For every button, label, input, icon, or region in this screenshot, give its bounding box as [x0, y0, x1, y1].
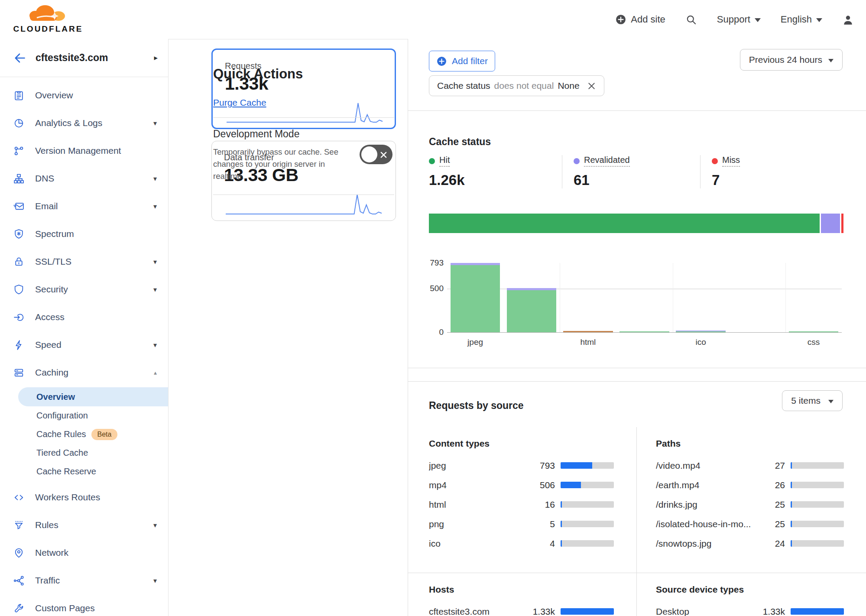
sidebar-item-speed[interactable]: Speed▾	[0, 331, 168, 359]
site-name[interactable]: cftestsite3.com	[36, 52, 144, 64]
toggle-knob	[361, 146, 377, 162]
x-axis-tick	[503, 337, 560, 347]
sidebar-item-caching[interactable]: Caching▴	[0, 359, 168, 386]
row-bar-track	[791, 501, 844, 508]
row-bar-fill	[561, 501, 562, 508]
y-axis-tick: 793	[429, 258, 444, 268]
chart-column-css	[785, 263, 842, 332]
row-bar-track	[561, 521, 614, 527]
row-value: 25	[753, 519, 785, 529]
spectrum-icon	[13, 228, 25, 240]
brand-wordmark: CLOUDFLARE	[11, 24, 85, 34]
row-bar-track	[561, 482, 614, 488]
purge-cache-link[interactable]: Purge Cache	[213, 97, 266, 108]
search-button[interactable]	[685, 14, 697, 26]
sidebar-item-spectrum[interactable]: Spectrum	[0, 220, 168, 248]
stat-value: 7	[712, 172, 830, 188]
row-label: png	[429, 519, 523, 529]
x-axis-labels: jpeghtmlicocss	[447, 337, 842, 347]
language-menu[interactable]: English	[781, 14, 822, 25]
table-row: Desktop1.33k	[656, 602, 844, 616]
row-bar-fill	[561, 540, 562, 547]
traffic-icon	[13, 575, 25, 587]
overview-icon	[13, 90, 25, 101]
paths-table: /video.mp427/earth.mp426/drinks.jpg25/is…	[656, 456, 844, 553]
sidebar-item-email[interactable]: Email▾	[0, 192, 168, 220]
devices-table: Desktop1.33k	[656, 602, 844, 616]
sidebar-item-custom-pages[interactable]: Custom Pages	[0, 594, 168, 616]
stat-label[interactable]: Miss	[722, 155, 740, 167]
sidebar-item-ssl-tls[interactable]: SSL/TLS▾	[0, 248, 168, 276]
sidebar-subitem-configuration[interactable]: Configuration	[18, 406, 168, 425]
row-label: /earth.mp4	[656, 480, 753, 490]
sidebar-item-label: Overview	[35, 90, 157, 101]
sidebar-item-overview[interactable]: Overview	[0, 81, 168, 109]
top-header: CLOUDFLARE Add site Support English	[0, 0, 866, 39]
time-range-dropdown[interactable]: Previous 24 hours	[740, 49, 843, 71]
sidebar-item-label: Email	[35, 201, 143, 211]
plus-circle-icon	[436, 56, 447, 67]
table-row: /earth.mp426	[656, 475, 844, 495]
chevron-down-icon: ▾	[153, 202, 157, 211]
row-value: 26	[753, 480, 785, 490]
filter-field: Cache status	[437, 81, 490, 91]
security-icon	[13, 284, 25, 295]
sidebar-subitem-cache-reserve[interactable]: Cache Reserve	[18, 462, 168, 481]
row-label: jpeg	[429, 460, 523, 471]
hosts-title: Hosts	[429, 584, 614, 595]
sidebar-item-traffic[interactable]: Traffic▾	[0, 567, 168, 594]
development-mode-title: Development Mode	[213, 128, 394, 140]
content-types-table: jpeg793mp4506html16png5ico4	[429, 456, 614, 553]
row-label: html	[429, 499, 523, 510]
devices-title: Source device types	[656, 584, 844, 595]
remove-filter-icon[interactable]	[586, 81, 597, 91]
add-filter-label: Add filter	[452, 56, 488, 66]
beta-badge: Beta	[91, 429, 118, 440]
row-value: 4	[523, 538, 555, 549]
source-tables-row-2: Hosts cftestsite3.com1.33k Source device…	[408, 573, 866, 616]
sidebar-item-security[interactable]: Security▾	[0, 276, 168, 303]
time-range-label: Previous 24 hours	[749, 55, 822, 65]
sidebar-item-rules[interactable]: Rules▾	[0, 511, 168, 539]
cloudflare-logo[interactable]: CLOUDFLARE	[11, 2, 85, 34]
add-site-button[interactable]: Add site	[615, 14, 665, 25]
back-icon[interactable]	[13, 52, 26, 65]
user-menu[interactable]	[842, 14, 854, 26]
sidebar-item-analytics-logs[interactable]: Analytics & Logs▾	[0, 109, 168, 137]
site-expand-icon[interactable]: ▸	[154, 53, 158, 62]
chevron-down-icon: ▾	[153, 521, 157, 529]
sidebar-item-version-management[interactable]: Version Management	[0, 137, 168, 165]
user-icon	[842, 14, 854, 26]
chevron-down-icon	[828, 59, 834, 62]
sidebar-subitem-cache-rules[interactable]: Cache RulesBeta	[18, 425, 168, 444]
source-tables-row-1: Content types jpeg793mp4506html16png5ico…	[408, 427, 866, 573]
items-count-dropdown[interactable]: 5 items	[782, 390, 843, 411]
bar-segment-hit	[507, 290, 557, 332]
add-filter-button[interactable]: Add filter	[429, 51, 495, 71]
sidebar-subitem-overview[interactable]: Overview	[18, 387, 168, 406]
chevron-down-icon: ▾	[153, 285, 157, 294]
row-label: mp4	[429, 480, 523, 490]
sidebar-subitem-label: Tiered Cache	[36, 448, 88, 458]
header-menu: Add site Support English	[615, 0, 854, 39]
stat-label[interactable]: Revalidated	[584, 155, 630, 167]
table-row: /video.mp427	[656, 456, 844, 475]
stat-label[interactable]: Hit	[439, 155, 450, 167]
sidebar-item-access[interactable]: Access	[0, 303, 168, 331]
chart-column-col-1	[503, 263, 560, 332]
filter-chip[interactable]: Cache status does not equal None	[429, 75, 604, 96]
row-bar-fill	[791, 482, 792, 488]
development-mode-toggle[interactable]	[360, 145, 392, 164]
bar	[676, 331, 726, 332]
sidebar-item-dns[interactable]: DNS▾	[0, 165, 168, 192]
sidebar-item-workers-routes[interactable]: Workers Routes	[0, 483, 168, 511]
row-label: ico	[429, 538, 523, 549]
sidebar-item-label: Custom Pages	[35, 603, 157, 613]
row-value: 5	[523, 519, 555, 529]
row-bar-fill	[561, 608, 614, 615]
support-menu[interactable]: Support	[717, 14, 761, 25]
sidebar-subitem-tiered-cache[interactable]: Tiered Cache	[18, 444, 168, 462]
sidebar-subnav: OverviewConfigurationCache RulesBetaTier…	[0, 386, 168, 483]
email-icon	[13, 201, 25, 212]
sidebar-item-network[interactable]: Network	[0, 539, 168, 567]
